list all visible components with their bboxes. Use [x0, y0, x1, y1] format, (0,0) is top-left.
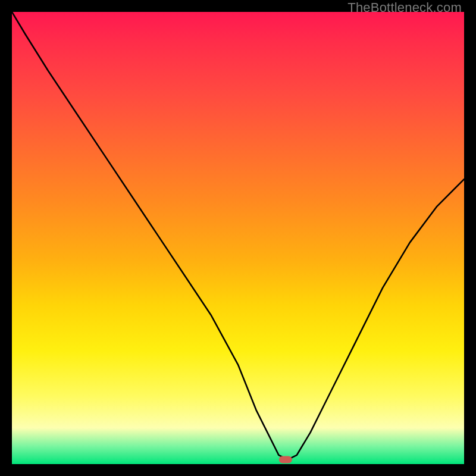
curve-path	[12, 12, 464, 459]
chart-svg	[12, 12, 464, 464]
plot-area	[12, 12, 464, 464]
chart-frame: TheBottleneck.com	[0, 0, 476, 476]
min-marker	[279, 456, 292, 463]
